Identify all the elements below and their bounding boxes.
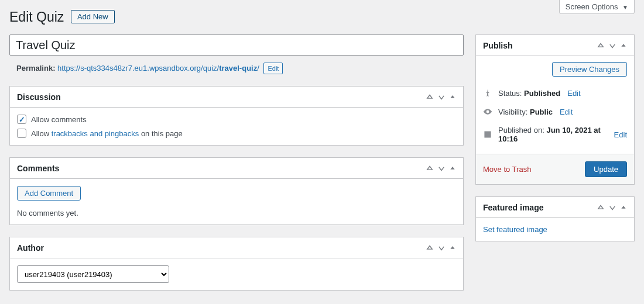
page-title: Edit Quiz <box>9 9 64 25</box>
move-to-trash-link[interactable]: Move to Trash <box>483 165 531 174</box>
toggle-panel-icon[interactable] <box>449 244 456 251</box>
chevron-down-icon: ▼ <box>622 4 628 11</box>
discussion-heading: Discussion <box>17 92 61 102</box>
no-comments-text: No comments yet. <box>17 209 456 217</box>
add-comment-button[interactable]: Add Comment <box>17 186 81 201</box>
edit-permalink-button[interactable]: Edit <box>263 63 283 74</box>
screen-options-button[interactable]: Screen Options ▼ <box>559 0 635 14</box>
edit-status-link[interactable]: Edit <box>567 89 580 98</box>
edit-visibility-link[interactable]: Edit <box>560 108 573 116</box>
move-up-icon[interactable] <box>426 93 434 101</box>
pin-icon <box>483 88 492 98</box>
status-text: Status: Published <box>498 89 560 98</box>
update-button[interactable]: Update <box>585 161 627 177</box>
comments-metabox: Comments Add Comment No comments yet. <box>9 157 464 225</box>
move-up-icon[interactable] <box>426 244 434 252</box>
publish-heading: Publish <box>483 41 513 50</box>
toggle-panel-icon[interactable] <box>620 42 627 49</box>
move-down-icon[interactable] <box>437 93 446 101</box>
eye-icon <box>483 107 492 116</box>
allow-comments-checkbox[interactable] <box>17 115 26 124</box>
screen-options-label: Screen Options <box>566 2 618 11</box>
add-new-button[interactable]: Add New <box>71 10 115 23</box>
preview-changes-button[interactable]: Preview Changes <box>552 62 627 77</box>
publish-metabox: Publish Preview Changes <box>475 34 635 185</box>
allow-trackbacks-label: Allow trackbacks and pingbacks on this p… <box>31 129 183 138</box>
move-down-icon[interactable] <box>608 42 616 50</box>
move-up-icon[interactable] <box>426 164 434 172</box>
move-up-icon[interactable] <box>597 203 605 212</box>
quiz-title-input[interactable] <box>9 34 464 56</box>
allow-trackbacks-checkbox[interactable] <box>17 129 26 138</box>
permalink-label: Permalink: <box>16 64 55 72</box>
set-featured-image-link[interactable]: Set featured image <box>483 225 547 234</box>
permalink-link[interactable]: https://s-qts334s48zr7.eu1.wpsandbox.org… <box>57 64 259 72</box>
comments-heading: Comments <box>17 164 59 173</box>
author-heading: Author <box>17 243 44 253</box>
move-down-icon[interactable] <box>437 164 446 172</box>
move-up-icon[interactable] <box>597 42 605 50</box>
toggle-panel-icon[interactable] <box>449 165 456 172</box>
move-down-icon[interactable] <box>437 244 446 252</box>
move-down-icon[interactable] <box>608 203 616 212</box>
featured-image-heading: Featured image <box>483 203 543 212</box>
discussion-metabox: Discussion <box>9 86 464 146</box>
published-date-text: Published on: Jun 10, 2021 at 10:16 <box>498 126 607 143</box>
allow-comments-label: Allow comments <box>31 115 87 124</box>
toggle-panel-icon[interactable] <box>620 204 627 211</box>
toggle-panel-icon[interactable] <box>449 94 456 101</box>
edit-date-link[interactable]: Edit <box>614 130 627 139</box>
featured-image-metabox: Featured image Set featured image <box>475 196 635 241</box>
visibility-text: Visibility: Public <box>498 108 553 116</box>
permalink-row: Permalink: https://s-qts334s48zr7.eu1.wp… <box>9 63 464 74</box>
trackbacks-link[interactable]: trackbacks and pingbacks <box>52 129 139 138</box>
author-select[interactable]: user219403 (user219403) <box>17 265 169 283</box>
calendar-icon <box>483 130 492 139</box>
author-metabox: Author user219403 (user219403) <box>9 237 464 291</box>
